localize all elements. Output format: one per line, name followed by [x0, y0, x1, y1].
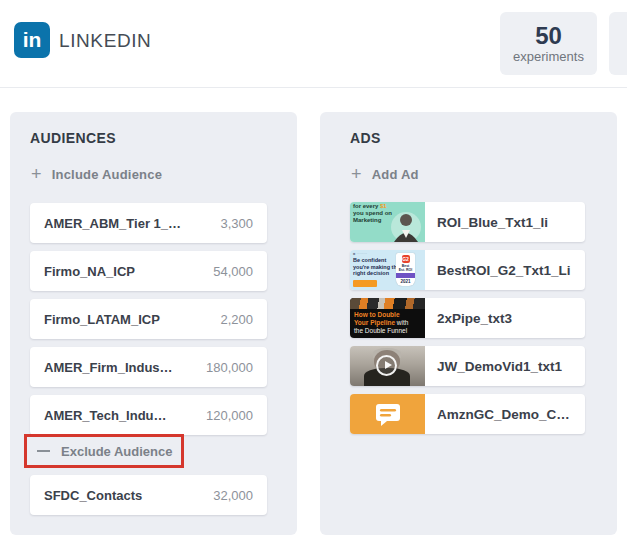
- ad-name: 2xPipe_txt3: [437, 311, 512, 326]
- person-photo-icon: [389, 208, 423, 242]
- audience-count: 54,000: [213, 264, 253, 279]
- ad-row[interactable]: How to Double Your Pipeline with the Dou…: [350, 298, 585, 338]
- audiences-title: AUDIENCES: [30, 130, 116, 146]
- ad-thumbnail-pipeline: How to Double Your Pipeline with the Dou…: [350, 298, 425, 338]
- audience-count: 32,000: [213, 488, 253, 503]
- audience-count: 2,200: [220, 312, 253, 327]
- audience-row[interactable]: Firmo_NA_ICP 54,000: [30, 251, 267, 291]
- ad-row[interactable]: AmznGC_Demo_C…: [350, 394, 585, 434]
- include-audience-button[interactable]: + Include Audience: [31, 165, 162, 183]
- add-ad-button[interactable]: + Add Ad: [351, 165, 419, 183]
- ads-title: ADS: [350, 130, 381, 146]
- ad-thumbnail-message: [350, 394, 425, 434]
- thumb-cta-button: [353, 280, 377, 287]
- linkedin-campaign-page: in LINKEDIN 50 experiments $ c AUDIENCES…: [0, 0, 627, 557]
- audience-row[interactable]: AMER_Firm_Indus… 180,000: [30, 347, 267, 387]
- plus-icon: +: [31, 165, 42, 183]
- include-audience-label: Include Audience: [52, 167, 162, 182]
- audience-name: Firmo_LATAM_ICP: [44, 312, 160, 327]
- audience-row[interactable]: AMER_Tech_Indu… 120,000: [30, 395, 267, 435]
- audience-count: 180,000: [206, 360, 253, 375]
- thumb-text: Marketing: [353, 217, 381, 223]
- exclude-audience-annotation: Exclude Audience: [24, 434, 184, 468]
- header-divider: [0, 87, 627, 88]
- audiences-panel: AUDIENCES + Include Audience AMER_ABM_Ti…: [10, 112, 297, 535]
- ad-thumbnail-roi: for every $1 you spend on Marketing: [350, 202, 425, 242]
- audience-row[interactable]: Firmo_LATAM_ICP 2,200: [30, 299, 267, 339]
- ads-panel: ADS + Add Ad for every $1 you spend on M…: [320, 112, 617, 535]
- thumb-text: you're making the: [353, 264, 400, 270]
- g2-logo: G2: [402, 255, 410, 263]
- audience-count: 3,300: [220, 216, 253, 231]
- thumb-text: Be confident: [353, 257, 386, 263]
- audience-count: 120,000: [206, 408, 253, 423]
- thumb-text: How to Double: [354, 311, 400, 318]
- add-ad-label: Add Ad: [372, 167, 419, 182]
- thumb-text: right decision: [353, 270, 389, 276]
- thumb-text: for every: [353, 203, 380, 209]
- experiments-label: experiments: [513, 49, 584, 64]
- badge-text: Est. ROI: [399, 268, 413, 272]
- ad-row[interactable]: ■ ········ Be confident you're making th…: [350, 250, 585, 290]
- g2-badge-icon: G2 BestEst. ROI 2021: [396, 253, 415, 286]
- ad-name: JW_DemoVid1_txt1: [437, 359, 562, 374]
- audience-name: Firmo_NA_ICP: [44, 264, 135, 279]
- audience-name: AMER_Tech_Indu…: [44, 408, 167, 423]
- chat-icon: [375, 402, 401, 426]
- thumb-text: with: [395, 319, 408, 326]
- audience-name: AMER_Firm_Indus…: [44, 360, 173, 375]
- page-title: LINKEDIN: [59, 30, 151, 52]
- ad-thumbnail-g2: ■ ········ Be confident you're making th…: [350, 250, 425, 290]
- minus-icon: [37, 450, 50, 453]
- audience-name: SFDC_Contacts: [44, 488, 142, 503]
- excluded-audience-row[interactable]: SFDC_Contacts 32,000: [30, 475, 267, 515]
- experiments-stat-card: 50 experiments: [500, 12, 597, 75]
- ad-row[interactable]: for every $1 you spend on Marketing ROI_…: [350, 202, 585, 242]
- ad-name: AmznGC_Demo_C…: [437, 407, 570, 422]
- thumb-text: the Double Funnel: [354, 327, 407, 334]
- exclude-audience-label: Exclude Audience: [61, 444, 173, 459]
- ad-row[interactable]: JW_DemoVid1_txt1: [350, 346, 585, 386]
- ad-thumbnail-video: [350, 346, 425, 386]
- ad-name: BestROI_G2_Txt1_Li: [437, 263, 571, 278]
- audience-row[interactable]: AMER_ABM_Tier 1_… 3,300: [30, 203, 267, 243]
- plus-icon: +: [351, 165, 362, 183]
- ad-name: ROI_Blue_Txt1_li: [437, 215, 548, 230]
- thumb-text: Your Pipeline: [354, 319, 395, 326]
- audience-name: AMER_ABM_Tier 1_…: [44, 216, 181, 231]
- badge-year: 2021: [400, 279, 410, 284]
- spend-stat-card: $ c: [609, 12, 627, 75]
- thumb-text: $1: [380, 203, 387, 209]
- thumb-text: you spend on: [353, 210, 392, 216]
- exclude-audience-button[interactable]: Exclude Audience: [37, 444, 173, 459]
- linkedin-logo-icon: in: [14, 22, 50, 58]
- experiments-count: 50: [535, 23, 562, 49]
